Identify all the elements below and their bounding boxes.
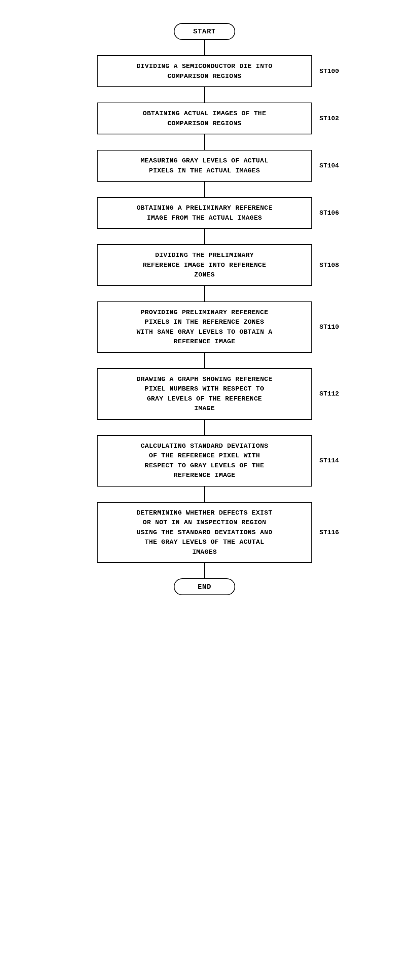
connector-8 bbox=[204, 563, 205, 578]
step-row-ST112: DRAWING A GRAPH SHOWING REFERENCE PIXEL … bbox=[70, 368, 339, 420]
step-label-ST114: ST114 bbox=[319, 457, 339, 464]
step-row-ST102: OBTAINING ACTUAL IMAGES OF THE COMPARISO… bbox=[70, 103, 339, 134]
page: START DIVIDING A SEMICONDUCTOR DIE INTO … bbox=[0, 0, 409, 980]
start-capsule: START bbox=[174, 23, 235, 40]
step-label-ST108: ST108 bbox=[319, 262, 339, 269]
step-box-ST102: OBTAINING ACTUAL IMAGES OF THE COMPARISO… bbox=[97, 103, 312, 134]
step-box-ST110: PROVIDING PRELIMINARY REFERENCE PIXELS I… bbox=[97, 301, 312, 353]
connector-4 bbox=[204, 286, 205, 301]
step-label-ST102: ST102 bbox=[319, 115, 339, 122]
step-row-ST114: CALCULATING STANDARD DEVIATIONS OF THE R… bbox=[70, 435, 339, 487]
step-box-ST114: CALCULATING STANDARD DEVIATIONS OF THE R… bbox=[97, 435, 312, 487]
step-box-ST112: DRAWING A GRAPH SHOWING REFERENCE PIXEL … bbox=[97, 368, 312, 420]
connector-0 bbox=[204, 87, 205, 103]
step-box-ST108: DIVIDING THE PRELIMINARY REFERENCE IMAGE… bbox=[97, 244, 312, 286]
step-label-ST106: ST106 bbox=[319, 209, 339, 217]
connector-start bbox=[204, 40, 205, 55]
step-row-ST106: OBTAINING A PRELIMINARY REFERENCE IMAGE … bbox=[70, 197, 339, 229]
step-box-ST100: DIVIDING A SEMICONDUCTOR DIE INTO COMPAR… bbox=[97, 55, 312, 87]
connector-6 bbox=[204, 420, 205, 435]
step-row-ST108: DIVIDING THE PRELIMINARY REFERENCE IMAGE… bbox=[70, 244, 339, 286]
step-label-ST112: ST112 bbox=[319, 390, 339, 397]
connector-3 bbox=[204, 229, 205, 244]
connector-7 bbox=[204, 487, 205, 502]
step-label-ST116: ST116 bbox=[319, 529, 339, 536]
connector-1 bbox=[204, 134, 205, 150]
end-capsule: END bbox=[174, 578, 235, 595]
step-box-ST104: MEASURING GRAY LEVELS OF ACTUAL PIXELS I… bbox=[97, 150, 312, 182]
step-row-ST104: MEASURING GRAY LEVELS OF ACTUAL PIXELS I… bbox=[70, 150, 339, 182]
flowchart: START DIVIDING A SEMICONDUCTOR DIE INTO … bbox=[70, 23, 339, 595]
step-row-ST100: DIVIDING A SEMICONDUCTOR DIE INTO COMPAR… bbox=[70, 55, 339, 87]
step-label-ST100: ST100 bbox=[319, 68, 339, 75]
step-box-ST116: DETERMINING WHETHER DEFECTS EXIST OR NOT… bbox=[97, 502, 312, 563]
connector-5 bbox=[204, 353, 205, 368]
step-label-ST110: ST110 bbox=[319, 323, 339, 331]
step-row-ST116: DETERMINING WHETHER DEFECTS EXIST OR NOT… bbox=[70, 502, 339, 563]
step-row-ST110: PROVIDING PRELIMINARY REFERENCE PIXELS I… bbox=[70, 301, 339, 353]
step-label-ST104: ST104 bbox=[319, 162, 339, 169]
connector-2 bbox=[204, 182, 205, 197]
step-box-ST106: OBTAINING A PRELIMINARY REFERENCE IMAGE … bbox=[97, 197, 312, 229]
